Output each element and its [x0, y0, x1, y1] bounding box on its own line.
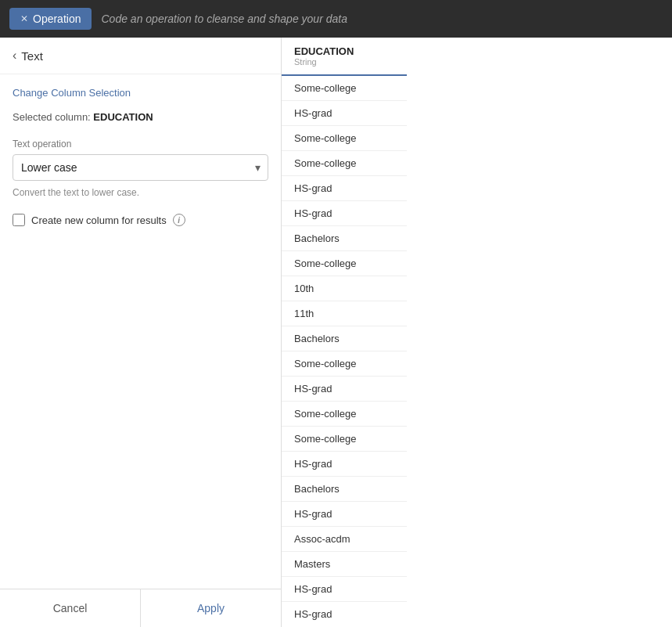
data-rows: Some-collegeHS-gradSome-collegeSome-coll…	[282, 76, 407, 626]
table-row: Bachelors	[282, 477, 407, 502]
table-row: Some-college	[282, 402, 407, 427]
column-name: EDUCATION	[294, 45, 394, 57]
selected-column-label: Selected column: EDUCATION	[13, 111, 268, 123]
info-icon[interactable]: i	[173, 214, 185, 226]
operation-description: Convert the text to lower case.	[13, 187, 268, 198]
change-column-link[interactable]: Change Column Selection	[13, 87, 268, 99]
data-column: EDUCATION String Some-collegeHS-gradSome…	[282, 38, 407, 626]
back-arrow-icon: ‹	[13, 49, 16, 63]
table-row: HS-grad	[282, 577, 407, 602]
table-row: 11th	[282, 301, 407, 326]
table-row: Bachelors	[282, 226, 407, 251]
panel-content: Change Column Selection Selected column:…	[0, 74, 281, 589]
table-row: 10th	[282, 276, 407, 301]
main-layout: ‹ Text Change Column Selection Selected …	[0, 38, 672, 627]
apply-button[interactable]: Apply	[141, 589, 281, 627]
create-new-column-label: Create new column for results	[31, 214, 167, 226]
selected-column-value: EDUCATION	[93, 111, 153, 123]
table-row: Some-college	[282, 351, 407, 377]
panel-footer: Cancel Apply	[0, 589, 281, 627]
column-type: String	[294, 57, 394, 67]
table-row: Some-college	[282, 251, 407, 276]
text-operation-label: Text operation	[13, 139, 268, 150]
column-header: EDUCATION String	[282, 38, 407, 76]
table-row: HS-grad	[282, 452, 407, 477]
create-new-column-checkbox[interactable]	[13, 214, 25, 226]
operation-button-label: Operation	[33, 13, 81, 25]
operation-button[interactable]: ✕ Operation	[9, 8, 92, 30]
table-row: HS-grad	[282, 502, 407, 527]
table-row: Some-college	[282, 126, 407, 151]
create-new-column-row: Create new column for results i	[13, 214, 268, 226]
left-panel: ‹ Text Change Column Selection Selected …	[0, 38, 282, 627]
top-bar-hint: Code an operation to cleanse and shape y…	[101, 13, 347, 25]
cancel-button[interactable]: Cancel	[0, 589, 141, 627]
column-header-cell: EDUCATION String	[282, 38, 407, 76]
text-operation-select-wrapper: Lower case ▾	[13, 154, 268, 181]
table-row: HS-grad	[282, 101, 407, 126]
table-row: Some-college	[282, 76, 407, 101]
table-row: Masters	[282, 552, 407, 577]
close-icon: ✕	[20, 13, 28, 24]
table-row: Bachelors	[282, 326, 407, 351]
table-row: HS-grad	[282, 377, 407, 402]
table-row: HS-grad	[282, 602, 407, 626]
panel-title: Text	[21, 49, 43, 63]
table-row: HS-grad	[282, 201, 407, 226]
table-row: Assoc-acdm	[282, 527, 407, 552]
top-bar: ✕ Operation Code an operation to cleanse…	[0, 0, 672, 38]
table-row: Some-college	[282, 151, 407, 176]
right-panel: EDUCATION String Some-collegeHS-gradSome…	[282, 38, 672, 627]
back-header[interactable]: ‹ Text	[0, 38, 281, 74]
table-row: Some-college	[282, 427, 407, 452]
table-row: HS-grad	[282, 176, 407, 201]
text-operation-select[interactable]: Lower case	[13, 154, 268, 181]
